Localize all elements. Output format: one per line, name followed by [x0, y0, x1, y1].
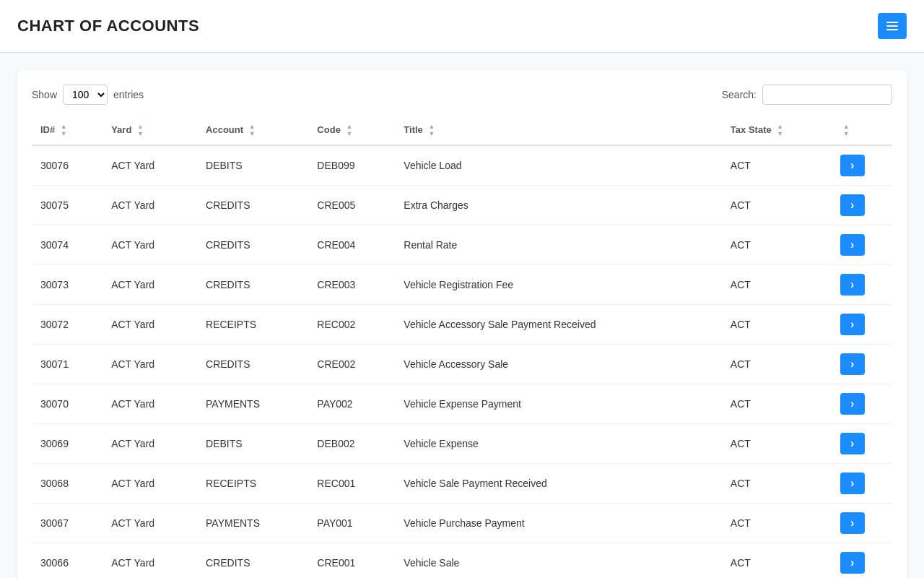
- action-cell: ›: [832, 225, 892, 265]
- entries-per-page-select[interactable]: 100 10 25 50: [63, 85, 108, 105]
- col-header-account[interactable]: Account ▲▼: [197, 116, 308, 145]
- cell-id: 30067: [32, 504, 103, 543]
- table-row: 30076ACT YardDEBITSDEB099Vehicle LoadACT…: [32, 145, 892, 186]
- app-header: CHART OF ACCOUNTS: [0, 0, 924, 53]
- cell-account: CREDITS: [197, 345, 308, 384]
- cell-account: RECEIPTS: [197, 464, 308, 504]
- row-action-button[interactable]: ›: [840, 194, 865, 216]
- cell-code: CRE003: [308, 265, 395, 305]
- cell-yard: ACT Yard: [103, 384, 197, 424]
- row-action-button[interactable]: ›: [840, 353, 865, 375]
- show-label: Show: [32, 89, 57, 100]
- cell-tax_state: ACT: [722, 265, 832, 305]
- cell-yard: ACT Yard: [103, 424, 197, 464]
- cell-account: CREDITS: [197, 543, 308, 579]
- sort-icon-account: ▲▼: [249, 124, 256, 137]
- cell-title: Vehicle Purchase Payment: [395, 504, 722, 543]
- cell-tax_state: ACT: [722, 225, 832, 265]
- cell-account: PAYMENTS: [197, 504, 308, 543]
- cell-id: 30066: [32, 543, 103, 579]
- cell-code: PAY002: [308, 384, 395, 424]
- cell-id: 30071: [32, 345, 103, 384]
- sort-icon-tax-state: ▲▼: [777, 124, 783, 137]
- cell-title: Vehicle Accessory Sale: [395, 345, 722, 384]
- cell-id: 30075: [32, 186, 103, 225]
- sort-icon-title: ▲▼: [428, 124, 435, 137]
- table-row: 30066ACT YardCREDITSCRE001Vehicle SaleAC…: [32, 543, 892, 579]
- cell-code: REC001: [308, 464, 395, 504]
- cell-account: DEBITS: [197, 424, 308, 464]
- cell-code: CRE001: [308, 543, 395, 579]
- cell-title: Vehicle Registration Fee: [395, 265, 722, 305]
- col-header-id[interactable]: ID# ▲▼: [32, 116, 103, 145]
- row-action-button[interactable]: ›: [840, 552, 865, 574]
- table-row: 30070ACT YardPAYMENTSPAY002Vehicle Expen…: [32, 384, 892, 424]
- action-cell: ›: [832, 145, 892, 186]
- table-row: 30069ACT YardDEBITSDEB002Vehicle Expense…: [32, 424, 892, 464]
- cell-tax_state: ACT: [722, 305, 832, 345]
- col-header-tax-state[interactable]: Tax State ▲▼: [722, 116, 832, 145]
- cell-code: DEB002: [308, 424, 395, 464]
- cell-tax_state: ACT: [722, 345, 832, 384]
- col-header-yard[interactable]: Yard ▲▼: [103, 116, 197, 145]
- table-header-row: ID# ▲▼ Yard ▲▼ Account ▲▼ Code ▲▼: [32, 116, 892, 145]
- cell-tax_state: ACT: [722, 145, 832, 186]
- cell-tax_state: ACT: [722, 543, 832, 579]
- table-row: 30072ACT YardRECEIPTSREC002Vehicle Acces…: [32, 305, 892, 345]
- row-action-button[interactable]: ›: [840, 234, 865, 256]
- cell-tax_state: ACT: [722, 424, 832, 464]
- cell-title: Vehicle Expense Payment: [395, 384, 722, 424]
- col-header-code[interactable]: Code ▲▼: [308, 116, 395, 145]
- cell-account: DEBITS: [197, 145, 308, 186]
- row-action-button[interactable]: ›: [840, 512, 865, 534]
- cell-title: Extra Charges: [395, 186, 722, 225]
- entries-label: entries: [113, 89, 144, 100]
- menu-button[interactable]: [878, 13, 907, 39]
- sort-icon-code: ▲▼: [346, 124, 352, 137]
- cell-id: 30069: [32, 424, 103, 464]
- col-header-title[interactable]: Title ▲▼: [395, 116, 722, 145]
- action-cell: ›: [832, 265, 892, 305]
- accounts-table: ID# ▲▼ Yard ▲▼ Account ▲▼ Code ▲▼: [32, 116, 892, 578]
- cell-id: 30068: [32, 464, 103, 504]
- row-action-button[interactable]: ›: [840, 473, 865, 494]
- cell-title: Vehicle Expense: [395, 424, 722, 464]
- cell-code: CRE002: [308, 345, 395, 384]
- cell-yard: ACT Yard: [103, 305, 197, 345]
- search-box: Search:: [722, 85, 892, 105]
- main-content: Show 100 10 25 50 entries Search: ID#: [0, 53, 924, 578]
- cell-id: 30074: [32, 225, 103, 265]
- cell-code: DEB099: [308, 145, 395, 186]
- cell-code: PAY001: [308, 504, 395, 543]
- cell-tax_state: ACT: [722, 464, 832, 504]
- table-row: 30074ACT YardCREDITSCRE004Rental RateACT…: [32, 225, 892, 265]
- row-action-button[interactable]: ›: [840, 314, 865, 335]
- chart-of-accounts-card: Show 100 10 25 50 entries Search: ID#: [17, 70, 907, 578]
- row-action-button[interactable]: ›: [840, 433, 865, 454]
- cell-code: CRE004: [308, 225, 395, 265]
- action-cell: ›: [832, 186, 892, 225]
- cell-title: Vehicle Sale: [395, 543, 722, 579]
- cell-code: CRE005: [308, 186, 395, 225]
- cell-account: RECEIPTS: [197, 305, 308, 345]
- cell-account: CREDITS: [197, 186, 308, 225]
- cell-id: 30073: [32, 265, 103, 305]
- row-action-button[interactable]: ›: [840, 393, 865, 415]
- row-action-button[interactable]: ›: [840, 155, 865, 176]
- cell-title: Rental Rate: [395, 225, 722, 265]
- table-row: 30075ACT YardCREDITSCRE005Extra ChargesA…: [32, 186, 892, 225]
- cell-yard: ACT Yard: [103, 345, 197, 384]
- sort-icon-id: ▲▼: [61, 124, 67, 137]
- row-action-button[interactable]: ›: [840, 274, 865, 296]
- sort-icon-actions: ▲▼: [843, 124, 850, 137]
- search-input[interactable]: [762, 85, 892, 105]
- action-cell: ›: [832, 424, 892, 464]
- cell-yard: ACT Yard: [103, 145, 197, 186]
- page-title: CHART OF ACCOUNTS: [17, 17, 199, 35]
- action-cell: ›: [832, 345, 892, 384]
- search-label: Search:: [722, 89, 757, 100]
- sort-icon-yard: ▲▼: [137, 124, 144, 137]
- table-row: 30071ACT YardCREDITSCRE002Vehicle Access…: [32, 345, 892, 384]
- cell-title: Vehicle Accessory Sale Payment Received: [395, 305, 722, 345]
- cell-tax_state: ACT: [722, 504, 832, 543]
